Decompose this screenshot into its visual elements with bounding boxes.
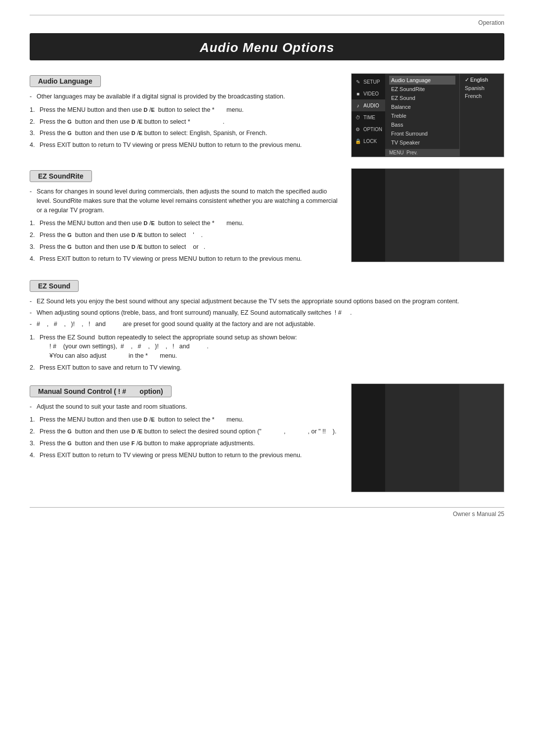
ez-soundrite-content: EZ SoundRite Scans for changes in sound … [30, 168, 341, 267]
blank-sidebar-2 [352, 384, 385, 492]
audio-language-bullets: Other languages may be available if a di… [30, 92, 341, 101]
sidebar-option: ⚙ OPTION [352, 123, 385, 135]
sidebar-audio: ♪ AUDIO [352, 99, 385, 111]
ez-sound-bullets: EZ Sound lets you enjoy the best sound w… [30, 297, 504, 329]
audio-language-heading: Audio Language [30, 75, 101, 87]
sidebar-time: ⏱ TIME [352, 111, 385, 123]
section-manual-sound: Manual Sound Control ( ! # option) Adjus… [30, 383, 504, 492]
menu-main: Audio Language EZ SoundRite EZ Sound Bal… [385, 74, 459, 149]
ez-sound-steps: 1. Press the EZ Sound button repeatedly … [30, 333, 504, 373]
menu-item-balance: Balance [389, 102, 455, 111]
section-audio-language: Audio Language Other languages may be av… [30, 73, 504, 157]
top-rule [30, 15, 504, 15]
step-item: 3. Press the G button and then use D /E … [30, 129, 341, 138]
manual-sound-steps: 1. Press the MENU button and then use D … [30, 415, 341, 460]
bullet-item: Other languages may be available if a di… [30, 92, 341, 101]
step-item: 3. Press the G button and then use D /E … [30, 242, 341, 252]
bullet-item: # , # , )! , ! and are preset for good s… [30, 320, 504, 329]
menu-item-ez-sound: EZ Sound [389, 94, 455, 102]
manual-sound-content: Manual Sound Control ( ! # option) Adjus… [30, 383, 341, 492]
audio-language-content: Audio Language Other languages may be av… [30, 73, 341, 157]
footer-text: Owner s Manual 25 [453, 511, 504, 518]
blank-main-2 [385, 384, 459, 492]
blank-sub [459, 169, 504, 262]
audio-language-screenshot: ✎ SETUP ■ VIDEO ♪ AUDIO [351, 73, 504, 157]
blank-screenshot-manual [351, 383, 504, 492]
page-title: Audio Menu Options [30, 33, 504, 60]
sidebar-lock: 🔒 LOCK [352, 135, 385, 147]
step-item: 1. Press the EZ Sound button repeatedly … [30, 333, 504, 361]
section-ez-soundrite: EZ SoundRite Scans for changes in sound … [30, 168, 504, 267]
menu-item-bass: Bass [389, 120, 455, 129]
bullet-item: Scans for changes in sound level during … [30, 187, 341, 215]
menu-bottom-bar: MENU Prev. [385, 149, 459, 156]
sidebar-audio-label: AUDIO [363, 103, 379, 108]
step-item: 2. Press the G button and then use D /E … [30, 427, 341, 436]
audio-language-steps: 1. Press the MENU button and then use D … [30, 105, 341, 150]
menu-screenshot: ✎ SETUP ■ VIDEO ♪ AUDIO [351, 73, 504, 157]
section-label: Operation [30, 19, 504, 26]
sidebar-setup-label: SETUP [363, 79, 380, 85]
manual-sound-bullets: Adjust the sound to suit your taste and … [30, 402, 341, 412]
menu-item-front-surround: Front Surround [389, 129, 455, 138]
menu-item-audio-language: Audio Language [389, 76, 455, 85]
ez-sound-heading: EZ Sound [30, 280, 79, 292]
ez-soundrite-steps: 1. Press the MENU button and then use D … [30, 219, 341, 263]
sidebar-lock-label: LOCK [363, 139, 377, 144]
step-item: 1. Press the MENU button and then use D … [30, 415, 341, 425]
blank-screenshot-soundrite [351, 168, 504, 262]
step-item: 2. Press the G button and then use D /E … [30, 231, 341, 240]
video-icon: ■ [355, 90, 361, 97]
ez-soundrite-heading: EZ SoundRite [30, 170, 92, 182]
ez-soundrite-bullets: Scans for changes in sound level during … [30, 187, 341, 215]
step-item: 1. Press the MENU button and then use D … [30, 219, 341, 228]
sub-english: ✓English [463, 76, 501, 84]
setup-icon: ✎ [355, 78, 361, 85]
audio-icon: ♪ [355, 102, 361, 109]
step-item: 3. Press the G button and then use F /G … [30, 439, 341, 448]
menu-sub: ✓English Spanish French [459, 74, 504, 156]
menu-bottom-text: MENU Prev. [389, 150, 418, 155]
option-icon: ⚙ [355, 126, 361, 133]
sidebar-video-label: VIDEO [363, 91, 379, 96]
sidebar-option-label: OPTION [363, 127, 382, 132]
menu-item-ez-soundrite: EZ SoundRite [389, 85, 455, 94]
sidebar-time-label: TIME [363, 115, 375, 120]
ez-soundrite-screenshot [351, 168, 504, 267]
footer: Owner s Manual 25 [30, 508, 504, 518]
bullet-item: When adjusting sound options (treble, ba… [30, 308, 504, 318]
step-item: 1. Press the MENU button and then use D … [30, 105, 341, 115]
sidebar-setup: ✎ SETUP [352, 76, 385, 88]
time-icon: ⏱ [355, 114, 361, 121]
menu-item-tv-speaker: TV Speaker [389, 138, 455, 147]
menu-sidebar: ✎ SETUP ■ VIDEO ♪ AUDIO [352, 74, 385, 156]
step-item: 4. Press EXIT button to return to TV vie… [30, 451, 341, 460]
step-item: 4. Press EXIT button to return to TV vie… [30, 141, 341, 150]
step-item: 2. Press EXIT button to save and return … [30, 363, 504, 373]
menu-item-treble: Treble [389, 111, 455, 120]
lock-icon: 🔒 [355, 138, 361, 144]
sub-spanish: Spanish [463, 84, 501, 92]
manual-sound-heading: Manual Sound Control ( ! # option) [30, 385, 172, 397]
page: Operation Audio Menu Options Audio Langu… [0, 0, 534, 537]
sidebar-video: ■ VIDEO [352, 88, 385, 99]
blank-sidebar [352, 169, 385, 262]
blank-sub-2 [459, 384, 504, 492]
blank-main [385, 169, 459, 262]
section-ez-sound: EZ Sound EZ Sound lets you enjoy the bes… [30, 278, 504, 372]
step-item: 2. Press the G button and then use D /E … [30, 117, 341, 127]
step-item: 4. Press EXIT button to return to TV vie… [30, 254, 341, 264]
manual-sound-screenshot [351, 383, 504, 492]
bullet-item: Adjust the sound to suit your taste and … [30, 402, 341, 412]
sub-french: French [463, 92, 501, 100]
bullet-item: EZ Sound lets you enjoy the best sound w… [30, 297, 504, 306]
